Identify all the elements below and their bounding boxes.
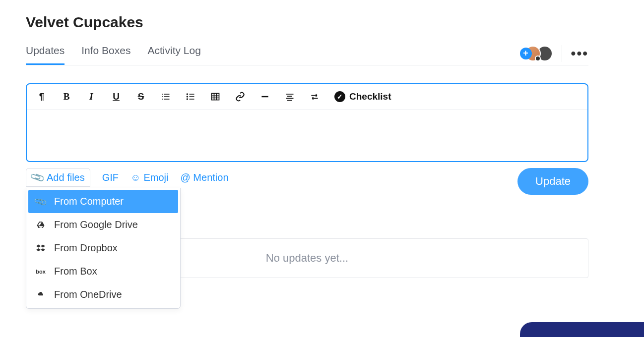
item-panel: Velvet Cupcakes Updates Info Boxes Activ… [12, 4, 602, 298]
underline-icon[interactable]: U [111, 91, 121, 102]
add-files-dropdown: 📎 From Computer From Google Drive From D… [26, 188, 181, 309]
add-files-label: Add files [47, 172, 85, 183]
emoji-button[interactable]: ☺ Emoji [130, 172, 168, 183]
add-files-button[interactable]: 📎 Add files [26, 168, 90, 187]
dropdown-item-onedrive[interactable]: From OneDrive [28, 283, 178, 306]
update-editor: ¶ B I U S [26, 83, 588, 162]
header-actions: + ••• [520, 45, 588, 62]
check-circle-icon: ✓ [334, 91, 345, 102]
tabs: Updates Info Boxes Activity Log [26, 42, 201, 65]
bold-icon[interactable]: B [62, 91, 71, 102]
direction-icon[interactable] [310, 92, 320, 102]
table-icon[interactable] [210, 92, 220, 102]
dropdown-item-dropbox[interactable]: From Dropbox [28, 236, 178, 260]
svg-point-1 [187, 96, 188, 97]
dropdown-label: From Dropbox [54, 242, 118, 254]
actions-left: 📎 Add files GIF ☺ Emoji @ Mention 📎 From… [26, 168, 229, 187]
strike-icon[interactable]: S [136, 91, 146, 102]
ordered-list-icon[interactable] [161, 92, 171, 102]
mention-button[interactable]: @ Mention [181, 172, 229, 183]
checklist-label: Checklist [349, 91, 391, 102]
dropdown-label: From Computer [54, 196, 124, 207]
dropdown-label: From Box [54, 266, 97, 277]
page-title: Velvet Cupcakes [26, 14, 588, 31]
add-member-icon[interactable]: + [520, 48, 532, 59]
svg-rect-3 [212, 93, 219, 100]
unordered-list-icon[interactable] [186, 92, 195, 102]
tab-info-boxes[interactable]: Info Boxes [81, 42, 130, 65]
link-icon[interactable] [235, 92, 245, 102]
google-drive-icon [35, 221, 46, 229]
dropdown-item-computer[interactable]: 📎 From Computer [28, 190, 178, 213]
hr-icon[interactable] [260, 92, 270, 102]
member-avatars[interactable]: + [520, 46, 553, 61]
update-button[interactable]: Update [517, 168, 588, 195]
tab-updates[interactable]: Updates [26, 42, 64, 65]
smile-icon: ☺ [130, 172, 140, 183]
separator [562, 45, 562, 62]
status-dot-icon [535, 56, 541, 61]
svg-point-0 [187, 93, 188, 95]
dropdown-label: From Google Drive [54, 219, 138, 230]
tab-activity-log[interactable]: Activity Log [147, 42, 200, 65]
gif-button[interactable]: GIF [102, 172, 119, 183]
editor-textarea[interactable] [27, 110, 587, 161]
help-widget[interactable] [520, 322, 644, 337]
paperclip-icon: 📎 [29, 169, 46, 185]
checklist-button[interactable]: ✓ Checklist [334, 91, 391, 102]
box-icon: box [35, 269, 46, 275]
italic-icon[interactable]: I [86, 91, 96, 102]
onedrive-icon [35, 291, 46, 298]
dropdown-item-box[interactable]: box From Box [28, 260, 178, 283]
header-row: Updates Info Boxes Activity Log + ••• [26, 42, 588, 65]
editor-toolbar: ¶ B I U S [27, 84, 587, 110]
paperclip-icon: 📎 [33, 194, 48, 209]
emoji-label: Emoji [143, 172, 168, 183]
editor-actions: 📎 Add files GIF ☺ Emoji @ Mention 📎 From… [26, 168, 588, 195]
dropdown-label: From OneDrive [54, 289, 122, 300]
more-menu-icon[interactable]: ••• [571, 46, 588, 61]
align-icon[interactable] [285, 92, 295, 102]
paragraph-icon[interactable]: ¶ [37, 91, 47, 102]
dropdown-item-google-drive[interactable]: From Google Drive [28, 213, 178, 236]
svg-point-2 [187, 98, 188, 100]
dropbox-icon [35, 244, 46, 253]
